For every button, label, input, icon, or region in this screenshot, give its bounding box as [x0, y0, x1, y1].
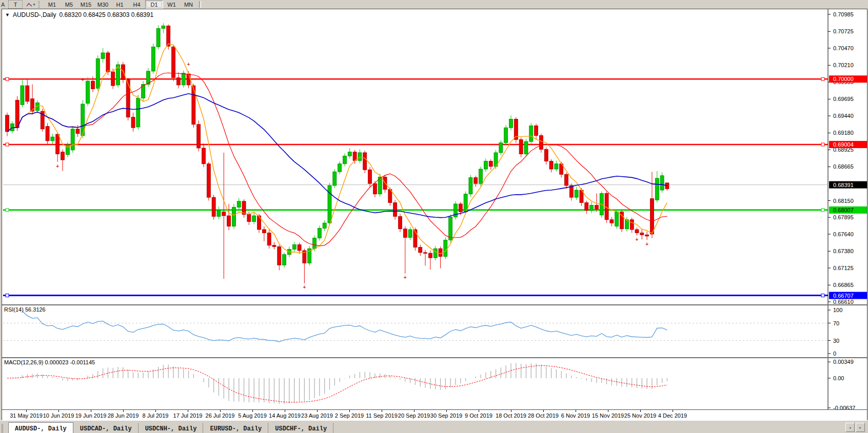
timeframe-button-d1[interactable]: D1	[145, 0, 163, 9]
date-tick	[479, 410, 479, 412]
rsi-panel: RSI(14) 56.3126 10070300	[2, 304, 867, 357]
clipped-toolbar-icon: A	[0, 2, 7, 8]
date-tick	[511, 410, 511, 412]
price-axis-ticks: 0.709850.707250.704700.702100.699550.696…	[828, 11, 854, 304]
chart-window: ▼ AUDUSD-,Daily 0.68320 0.68425 0.68303 …	[2, 9, 867, 420]
svg-text:100: 100	[833, 307, 842, 313]
date-tick	[673, 410, 673, 412]
date-tick	[252, 410, 253, 412]
rsi-name: RSI(14)	[4, 306, 24, 313]
rsi-axis-labels: 10070300	[828, 307, 842, 357]
macd-label: MACD(12,26,9) 0.000023 -0.001145	[4, 359, 95, 365]
date-tick	[91, 410, 91, 412]
timeframe-button-mn[interactable]: MN	[180, 1, 197, 8]
date-tick	[414, 410, 415, 412]
svg-text:0.66865: 0.66865	[833, 282, 854, 288]
svg-text:0: 0	[833, 350, 836, 357]
timeframe-button-w1[interactable]: W1	[163, 1, 180, 8]
svg-text:+: +	[636, 237, 639, 242]
macd-main-value: 0.000023	[45, 359, 68, 365]
date-tick	[640, 410, 641, 412]
svg-text:0.68391: 0.68391	[833, 182, 854, 188]
top-toolbar: A T ▾ M1M5M15M30H1H4D1W1MN	[0, 0, 868, 9]
svg-text:0.68007: 0.68007	[833, 207, 854, 213]
rsi-label: RSI(14) 56.3126	[4, 306, 46, 313]
tab-scroll-controls: ◂ ▸	[845, 423, 865, 432]
tab-bar-grip[interactable]	[2, 424, 7, 433]
tab-list: AUDUSD-, DailyUSDCAD-, DailyUSDCNH-, Dai…	[8, 422, 334, 433]
moving-average-5	[7, 44, 667, 254]
svg-text:0.69180: 0.69180	[833, 130, 854, 136]
tab-scroll-right-button[interactable]: ▸	[856, 423, 865, 432]
svg-text:-0.00637: -0.00637	[833, 405, 855, 409]
svg-text:0.66610: 0.66610	[833, 299, 854, 304]
symbol-title-label: AUDUSD-,Daily	[13, 11, 56, 18]
date-tick	[576, 410, 576, 412]
styles-dropdown-button[interactable]: ▾	[24, 1, 37, 8]
macd-signal-line	[7, 365, 667, 402]
text-tool-button[interactable]: T	[8, 0, 23, 9]
date-tick	[543, 410, 544, 412]
svg-text:0.70985: 0.70985	[833, 11, 854, 17]
rsi-line	[22, 311, 667, 342]
svg-text:+: +	[303, 284, 306, 290]
macd-panel: MACD(12,26,9) 0.000023 -0.001145 0.00349…	[2, 357, 867, 409]
rsi-value: 56.3126	[25, 306, 46, 313]
macd-name: MACD(12,26,9)	[4, 359, 43, 365]
date-tick	[349, 410, 350, 412]
svg-text:0.70470: 0.70470	[833, 45, 854, 51]
date-axis[interactable]: 31 May 201910 Jun 201919 Jun 201928 Jun …	[2, 409, 867, 420]
svg-text:0.00349: 0.00349	[833, 359, 854, 365]
svg-text:0.67125: 0.67125	[833, 265, 854, 271]
symbol-dropdown-icon[interactable]: ▼	[5, 12, 10, 17]
svg-text:0.00: 0.00	[833, 375, 844, 381]
date-tick	[446, 410, 447, 412]
svg-text:0.70210: 0.70210	[833, 62, 854, 68]
svg-text:+: +	[404, 275, 407, 280]
timeframe-button-h4[interactable]: H4	[128, 1, 145, 8]
svg-text:+: +	[645, 241, 648, 247]
date-tick	[188, 410, 188, 412]
timeframe-button-h1[interactable]: H1	[111, 1, 128, 8]
toolbar-grip[interactable]	[38, 1, 41, 8]
date-tick	[317, 410, 318, 412]
rsi-chart[interactable]: 10070300	[2, 305, 867, 357]
svg-text:0.69695: 0.69695	[833, 96, 854, 102]
timeframe-button-m30[interactable]: M30	[94, 1, 111, 8]
price-chart[interactable]: 0.709850.707250.704700.702100.699550.696…	[2, 9, 867, 304]
timeframe-button-m1[interactable]: M1	[44, 1, 61, 8]
chart-tab-usdcad[interactable]: USDCAD-, Daily	[74, 423, 139, 433]
svg-text:+: +	[56, 163, 59, 169]
tab-scroll-left-button[interactable]: ◂	[845, 423, 855, 432]
timeframe-button-group: M1M5M15M30H1H4D1W1MN	[44, 0, 197, 9]
svg-text:0.67895: 0.67895	[833, 214, 854, 220]
svg-text:0.67640: 0.67640	[833, 231, 854, 237]
chart-tab-usdchf[interactable]: USDCHF-, Daily	[269, 423, 333, 433]
ohlc-values-label: 0.68320 0.68425 0.68303 0.68391	[60, 11, 154, 18]
svg-text:70: 70	[833, 320, 839, 326]
date-tick	[58, 410, 59, 412]
date-tick	[26, 410, 27, 412]
date-tick	[155, 410, 156, 412]
svg-text:0.70725: 0.70725	[833, 28, 854, 34]
macd-chart[interactable]: 0.003490.00-0.00637	[2, 358, 867, 409]
svg-text:0.68150: 0.68150	[833, 198, 854, 204]
date-tick	[285, 410, 285, 412]
date-tick	[123, 410, 124, 412]
timeframe-button-m5[interactable]: M5	[61, 1, 77, 8]
svg-text:+: +	[81, 77, 84, 83]
macd-signal-value: -0.001145	[70, 359, 95, 365]
svg-text:0.70000: 0.70000	[833, 76, 854, 82]
dropdown-caret-icon: ▾	[33, 3, 35, 7]
date-tick	[220, 410, 221, 412]
chart-title: ▼ AUDUSD-,Daily 0.68320 0.68425 0.68303 …	[5, 11, 153, 18]
macd-histogram	[7, 363, 667, 404]
date-label: 4 Dec 2019	[653, 413, 692, 419]
chart-tab-eurusd[interactable]: EURUSD-, Daily	[204, 423, 268, 433]
chart-tab-audusd[interactable]: AUDUSD-, Daily	[8, 422, 73, 433]
toolbar-separator	[199, 1, 201, 8]
chart-tab-usdcnh[interactable]: USDCNH-, Daily	[139, 423, 204, 433]
svg-text:0.69004: 0.69004	[833, 141, 854, 148]
colored-arrows-icon	[26, 2, 33, 8]
timeframe-button-m15[interactable]: M15	[77, 1, 94, 8]
